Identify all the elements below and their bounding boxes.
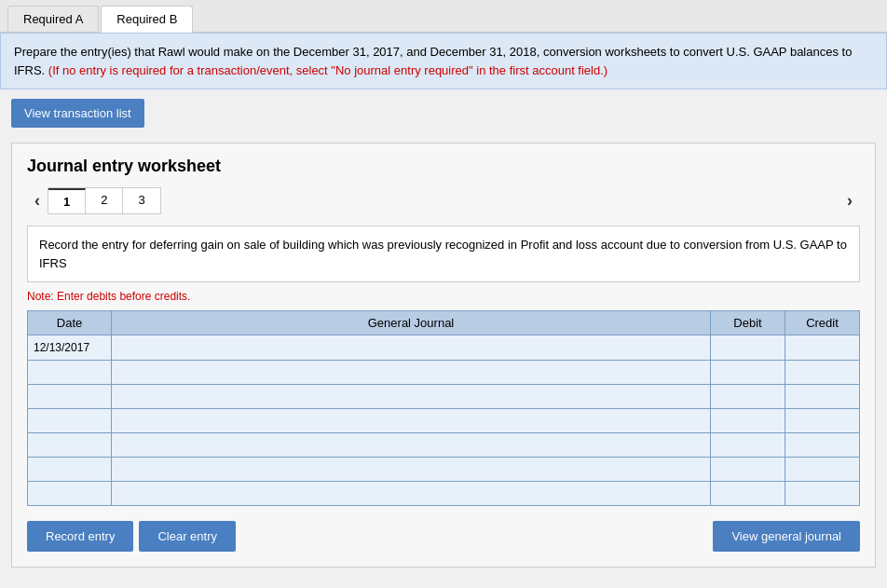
credit-cell-4 <box>785 433 860 458</box>
date-input-5[interactable] <box>28 458 111 481</box>
credit-cell-5 <box>785 458 860 482</box>
journal-cell-4 <box>112 433 711 458</box>
date-input-6[interactable] <box>28 482 111 505</box>
page-tabs: 1 2 3 <box>48 187 161 214</box>
table-row <box>28 409 860 433</box>
page-navigation: ‹ 1 2 3 › <box>27 187 860 214</box>
journal-cell-2 <box>112 385 711 409</box>
date-cell-1 <box>28 361 112 385</box>
info-red-text: (If no entry is required for a transacti… <box>48 63 607 77</box>
debit-credit-note: Note: Enter debits before credits. <box>27 290 860 303</box>
table-row <box>28 385 860 409</box>
journal-input-5[interactable] <box>112 458 710 481</box>
debit-input-3[interactable] <box>711 409 785 432</box>
journal-table: Date General Journal Debit Credit 12/13/… <box>27 310 860 506</box>
journal-cell-1 <box>112 361 711 385</box>
debit-cell-4 <box>711 433 785 458</box>
date-cell-3 <box>28 409 112 433</box>
credit-cell-3 <box>785 409 860 433</box>
tab-required-b[interactable]: Required B <box>101 6 193 33</box>
table-row <box>28 482 860 506</box>
tab-bar: Required A Required B <box>0 0 887 33</box>
date-input-1[interactable] <box>28 361 111 384</box>
clear-entry-button[interactable]: Clear entry <box>139 521 236 552</box>
first-date-value: 12/13/2017 <box>28 335 111 360</box>
credit-input-0[interactable] <box>785 335 859 360</box>
debit-cell-6 <box>711 482 785 506</box>
journal-input-4[interactable] <box>112 433 710 457</box>
journal-cell-0 <box>112 335 711 361</box>
next-page-arrow[interactable]: › <box>839 189 860 212</box>
credit-input-5[interactable] <box>785 458 859 481</box>
credit-cell-0 <box>785 335 860 361</box>
debit-cell-2 <box>711 385 785 409</box>
credit-cell-1 <box>785 361 860 385</box>
action-buttons: Record entry Clear entry View general jo… <box>27 521 860 552</box>
credit-input-4[interactable] <box>785 433 859 457</box>
journal-cell-3 <box>112 409 711 433</box>
journal-input-1[interactable] <box>112 361 710 384</box>
date-cell-2 <box>28 385 112 409</box>
col-header-credit: Credit <box>785 311 860 335</box>
view-general-journal-button[interactable]: View general journal <box>713 521 860 552</box>
journal-cell-6 <box>112 482 711 506</box>
debit-cell-1 <box>711 361 785 385</box>
tab-required-a[interactable]: Required A <box>7 6 99 32</box>
col-header-debit: Debit <box>711 311 785 335</box>
entry-description: Record the entry for deferring gain on s… <box>27 226 860 282</box>
credit-input-6[interactable] <box>785 482 859 505</box>
page-tab-2[interactable]: 2 <box>86 188 123 213</box>
date-input-4[interactable] <box>28 433 111 457</box>
debit-input-4[interactable] <box>711 433 785 457</box>
table-row <box>28 458 860 482</box>
credit-cell-2 <box>785 385 860 409</box>
journal-input-0[interactable] <box>112 335 710 360</box>
col-header-date: Date <box>28 311 112 335</box>
date-input-3[interactable] <box>28 409 111 432</box>
debit-input-0[interactable] <box>711 335 785 360</box>
date-input-2[interactable] <box>28 385 111 408</box>
date-cell-5 <box>28 458 112 482</box>
journal-input-2[interactable] <box>112 385 710 408</box>
worksheet-container: Journal entry worksheet ‹ 1 2 3 › Record… <box>11 143 876 567</box>
debit-input-6[interactable] <box>711 482 785 505</box>
journal-input-3[interactable] <box>112 409 710 432</box>
record-entry-button[interactable]: Record entry <box>27 521 133 552</box>
table-row: 12/13/2017 <box>28 335 860 361</box>
table-row <box>28 433 860 458</box>
col-header-journal: General Journal <box>112 311 711 335</box>
credit-input-3[interactable] <box>785 409 859 432</box>
debit-cell-0 <box>711 335 785 361</box>
date-cell-4 <box>28 433 112 458</box>
page-tab-1[interactable]: 1 <box>48 188 86 213</box>
credit-input-1[interactable] <box>785 361 859 384</box>
prev-page-arrow[interactable]: ‹ <box>27 189 48 212</box>
date-cell-6 <box>28 482 112 506</box>
debit-cell-3 <box>711 409 785 433</box>
date-cell-0: 12/13/2017 <box>28 335 112 361</box>
debit-input-1[interactable] <box>711 361 785 384</box>
debit-input-2[interactable] <box>711 385 785 408</box>
table-row <box>28 361 860 385</box>
view-transaction-button[interactable]: View transaction list <box>11 99 144 128</box>
debit-input-5[interactable] <box>711 458 785 481</box>
debit-cell-5 <box>711 458 785 482</box>
worksheet-title: Journal entry worksheet <box>27 157 860 176</box>
journal-input-6[interactable] <box>112 482 710 505</box>
credit-cell-6 <box>785 482 860 506</box>
credit-input-2[interactable] <box>785 385 859 408</box>
info-box: Prepare the entry(ies) that Rawl would m… <box>0 33 887 89</box>
journal-cell-5 <box>112 458 711 482</box>
page-tab-3[interactable]: 3 <box>123 188 159 213</box>
